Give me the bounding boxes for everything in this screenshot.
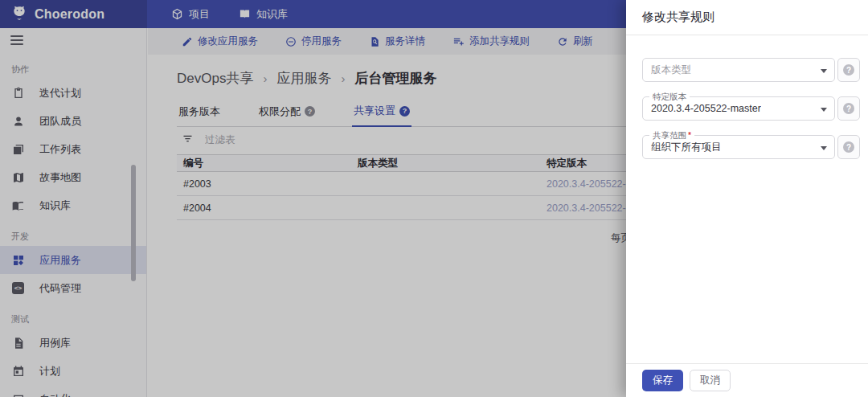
field-label: 特定版本 [649,91,690,102]
select-value: 组织下所有项目 [651,141,722,154]
field-help-button[interactable]: ? [837,96,860,121]
caret-down-icon [821,108,827,112]
help-icon: ? [843,64,854,76]
help-icon: ? [843,141,854,153]
version-type-select[interactable]: 版本类型 [642,58,835,82]
save-button[interactable]: 保存 [642,370,683,391]
share-scope-select[interactable]: 共享范围* 组织下所有项目 [642,135,835,159]
field-help-button[interactable]: ? [837,135,860,159]
caret-down-icon [821,146,827,150]
field-help-button[interactable]: ? [837,58,860,82]
select-value: 2020.3.4-205522-master [651,103,761,114]
field-version-type: 版本类型 ? [642,58,860,82]
edit-share-rule-drawer: 修改共享规则 版本类型 ? 特定版本 2020.3.4-205522-maste… [626,0,868,397]
field-specific-version: 特定版本 2020.3.4-205522-master ? [642,96,860,121]
drawer-form: 版本类型 ? 特定版本 2020.3.4-205522-master ? 共享范… [626,35,868,159]
drawer-title: 修改共享规则 [626,0,868,35]
field-share-scope: 共享范围* 组织下所有项目 ? [642,135,860,159]
drawer-footer: 保存 取消 [626,363,868,397]
cancel-button[interactable]: 取消 [690,370,731,391]
specific-version-select[interactable]: 特定版本 2020.3.4-205522-master [642,96,835,121]
field-label: 共享范围* [649,129,694,141]
help-icon: ? [843,103,854,114]
select-placeholder: 版本类型 [651,63,691,77]
required-asterisk: * [688,130,691,140]
caret-down-icon [821,69,827,73]
